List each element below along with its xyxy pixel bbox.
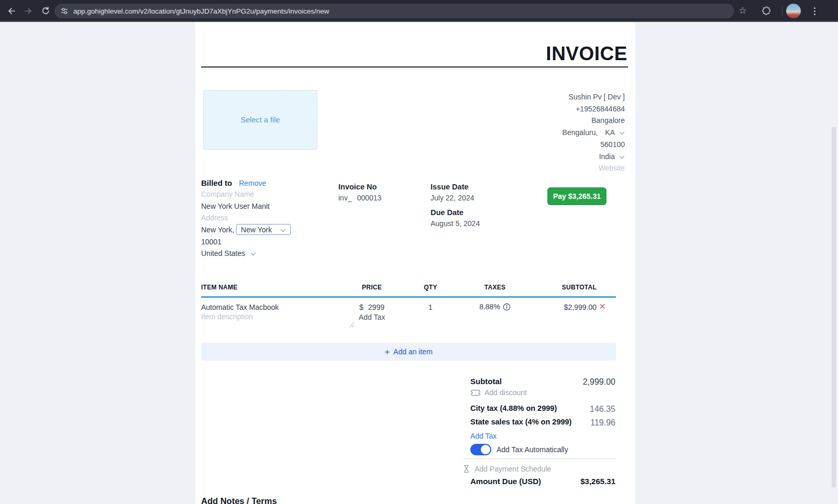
billed-city-state-row: New York, New York — [201, 224, 291, 235]
site-info-icon[interactable] — [61, 7, 68, 15]
business-country[interactable]: India — [599, 151, 615, 163]
subtotal-value: 2,999.00 — [583, 377, 615, 387]
profile-avatar[interactable] — [786, 4, 801, 18]
item-qty-field[interactable]: 1 — [410, 303, 451, 311]
item-price-value[interactable]: 2999 — [368, 303, 384, 311]
item-description-row — [201, 312, 316, 321]
address-bar[interactable]: app.gohighlevel.com/v2/location/gtJnuybJ… — [54, 4, 734, 18]
currency-symbol: $ — [359, 303, 363, 311]
billed-to-label: Billed to — [201, 178, 232, 187]
chevron-down-icon[interactable] — [619, 151, 625, 163]
url-text: app.gohighlevel.com/v2/location/gtJnuybJ… — [73, 7, 329, 15]
page-background: INVOICE Select a file Sushin Pv [ Dev ] … — [0, 22, 838, 504]
amount-due-label: Amount Due (USD) — [470, 477, 541, 486]
info-icon[interactable] — [503, 303, 511, 311]
add-discount-label: Add discount — [484, 388, 527, 397]
title-divider — [201, 66, 628, 68]
col-header-item-name: ITEM NAME — [201, 284, 238, 291]
table-header-rule — [201, 296, 616, 298]
screen: app.gohighlevel.com/v2/location/gtJnuybJ… — [0, 0, 838, 504]
browser-toolbar: app.gohighlevel.com/v2/location/gtJnuybJ… — [0, 0, 838, 22]
col-header-price: PRICE — [346, 284, 398, 291]
business-city-state[interactable]: Bengaluru, KA — [563, 127, 625, 139]
invoice-no-label: Invoice No — [338, 183, 381, 191]
billed-postal[interactable]: 10001 — [201, 238, 222, 246]
item-tax-cell[interactable]: 8.88% — [458, 303, 532, 311]
billed-postal-row: 10001 — [201, 238, 222, 246]
add-payment-schedule-button[interactable]: Add Payment Schedule — [463, 465, 551, 473]
billed-to-header: Billed to Remove — [201, 178, 266, 187]
invoice-number-section: Invoice No inv_ 000013 — [338, 183, 381, 202]
add-item-button[interactable]: + Add an item — [201, 343, 616, 361]
billed-state-select[interactable]: New York — [236, 224, 291, 235]
forward-icon[interactable] — [23, 6, 34, 16]
bookmark-star-icon[interactable]: ☆ — [738, 5, 747, 16]
pay-button[interactable]: Pay $3,265.31 — [547, 187, 607, 205]
business-country-row[interactable]: India — [563, 151, 625, 163]
tax-row-value: 119.96 — [590, 418, 615, 428]
auto-tax-label: Add Tax Automatically — [497, 445, 568, 454]
billed-country-row[interactable]: United States — [201, 249, 256, 257]
auto-tax-toggle[interactable] — [470, 444, 491, 455]
chevron-down-icon — [280, 226, 286, 234]
business-website-field[interactable]: Website — [563, 162, 625, 174]
scrollbar-thumb[interactable] — [832, 127, 836, 488]
issue-date-value[interactable]: July 22, 2024 — [431, 194, 480, 202]
billed-name-row — [201, 202, 316, 210]
billed-to-section: Billed to Remove New York, New York — [201, 178, 337, 267]
add-item-label: Add an item — [393, 348, 433, 356]
auto-tax-row: Add Tax Automatically — [470, 444, 568, 455]
chevron-down-icon[interactable] — [619, 127, 625, 139]
dates-section: Issue Date July 22, 2024 Due Date August… — [431, 183, 480, 228]
issue-date-label: Issue Date — [431, 183, 480, 191]
business-postal[interactable]: 560100 — [563, 139, 625, 151]
notes-terms-label[interactable]: Add Notes / Terms — [201, 496, 277, 504]
discount-ticket-icon — [471, 389, 480, 396]
resize-grip-icon[interactable] — [348, 320, 355, 330]
invoice-no-value[interactable]: inv_ 000013 — [338, 194, 381, 202]
logo-upload-dropzone[interactable]: Select a file — [203, 90, 317, 150]
business-phone[interactable]: +19526844684 — [563, 103, 625, 115]
business-address[interactable]: Bangalore — [563, 115, 625, 127]
browser-menu-icon[interactable] — [810, 6, 819, 16]
chevron-down-icon — [250, 249, 256, 257]
invoice-no-number[interactable]: 000013 — [357, 194, 382, 202]
item-subtotal-value: $2,999.00 — [534, 303, 597, 311]
payment-schedule-label: Add Payment Schedule — [475, 465, 551, 473]
billed-address-row — [201, 214, 316, 222]
business-city[interactable]: Bengaluru, — [563, 127, 598, 139]
tax-row-label: State sales tax (4% on 2999) — [470, 418, 571, 426]
back-icon[interactable] — [6, 6, 17, 16]
extensions-icon[interactable] — [762, 6, 771, 17]
billed-address-input[interactable] — [201, 214, 316, 222]
billed-company-row — [201, 190, 316, 198]
due-date-value[interactable]: August 5, 2024 — [431, 219, 480, 228]
col-header-subtotal: SUBTOTAL — [534, 284, 597, 291]
hourglass-icon — [463, 465, 470, 473]
billed-city[interactable]: New York, — [201, 226, 234, 234]
billed-state-value: New York — [241, 226, 272, 234]
business-name[interactable]: Sushin Pv [ Dev ] — [563, 91, 625, 103]
col-header-taxes: TAXES — [458, 284, 532, 291]
invoice-title: INVOICE — [546, 43, 627, 65]
add-tax-link[interactable]: Add Tax — [470, 432, 497, 440]
item-price-field[interactable]: $2999 — [346, 303, 398, 311]
tax-row-label: City tax (4.88% on 2999) — [470, 404, 557, 412]
invoice-no-prefix: inv_ — [338, 194, 352, 202]
business-info: Sushin Pv [ Dev ] +19526844684 Bangalore… — [563, 91, 625, 174]
add-discount-button[interactable]: Add discount — [471, 388, 527, 397]
invoice-card: INVOICE Select a file Sushin Pv [ Dev ] … — [195, 22, 635, 504]
subtotal-label: Subtotal — [470, 377, 502, 386]
remove-contact-link[interactable]: Remove — [239, 179, 266, 187]
billed-company-input[interactable] — [201, 190, 316, 198]
col-header-qty: QTY — [410, 284, 451, 291]
plus-icon: + — [384, 348, 390, 356]
upload-label: Select a file — [241, 116, 280, 124]
item-tax-rate[interactable]: 8.88% — [479, 303, 500, 311]
item-name-field[interactable]: Automatic Tax Macbook — [201, 303, 279, 311]
business-state[interactable]: KA — [605, 127, 615, 139]
item-description-input[interactable] — [201, 312, 316, 321]
billed-name-input[interactable] — [201, 202, 316, 210]
delete-item-icon[interactable]: × — [599, 300, 605, 312]
reload-icon[interactable] — [40, 6, 51, 16]
